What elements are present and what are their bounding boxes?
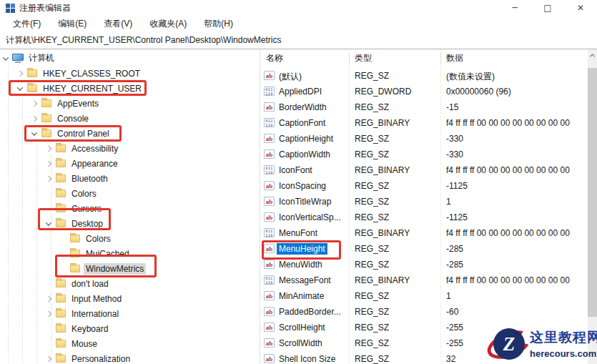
tree-item-console[interactable]: Console <box>0 111 260 126</box>
value-name: IconTitleWrap <box>277 196 333 207</box>
tree-item-label: Desktop <box>69 218 105 230</box>
maximize-button[interactable]: □ <box>531 0 564 16</box>
value-row-minanimate[interactable]: abMinAnimateREG_SZ1 <box>260 288 588 304</box>
tree-item-hkey-current-user[interactable]: HKEY_CURRENT_USER <box>0 81 260 96</box>
value-type: REG_BINARY <box>355 165 410 175</box>
tree-item-muicached[interactable]: MuiCached <box>0 246 260 261</box>
close-button[interactable]: ✕ <box>564 0 597 16</box>
column-resize-handle[interactable] <box>440 53 441 64</box>
chevron-right-icon[interactable] <box>46 355 51 361</box>
tree-item-label: Mouse <box>69 338 99 350</box>
value-data: f4 ff ff ff 00 00 00 00 00 00 00 00 <box>446 165 586 175</box>
value-row-captionheight[interactable]: abCaptionHeightREG_SZ-330 <box>260 131 588 147</box>
scroll-up-icon[interactable] <box>588 49 597 62</box>
tree-item-colors[interactable]: Colors <box>0 231 260 246</box>
folder-icon <box>41 129 51 137</box>
tree-item-international[interactable]: International <box>0 306 260 321</box>
chevron-right-icon[interactable] <box>31 115 37 121</box>
value-type: REG_SZ <box>355 134 389 144</box>
tree-item-label: Input Method <box>69 293 124 305</box>
value-name: AppliedDPI <box>277 86 324 97</box>
folder-icon <box>56 295 66 302</box>
tree-item-label: 计算机 <box>26 51 56 65</box>
value-row-menufont[interactable]: 011110MenuFontREG_BINARYf4 ff ff ff 00 0… <box>260 225 588 241</box>
menu-item-4[interactable]: 帮助(H) <box>197 16 240 32</box>
value-type: REG_SZ <box>355 71 389 81</box>
value-row-captionwidth[interactable]: abCaptionWidthREG_SZ-330 <box>260 147 588 162</box>
address-path: 计算机\HKEY_CURRENT_USER\Control Panel\Desk… <box>6 34 281 46</box>
chevron-right-icon[interactable] <box>46 145 51 151</box>
tree-item-keyboard[interactable]: Keyboard <box>0 321 260 336</box>
value-row-borderwidth[interactable]: abBorderWidthREG_SZ-15 <box>260 99 588 115</box>
tree-item-label: Colors <box>84 233 113 245</box>
value-type: REG_SZ <box>355 260 389 270</box>
watermark-z-icon: Z <box>493 328 525 360</box>
scrollbar-thumb[interactable] <box>588 68 597 317</box>
tree-item-label: Accessibility <box>69 143 120 154</box>
tree-item-control-panel[interactable]: Control Panel <box>0 126 260 141</box>
folder-icon <box>27 84 37 92</box>
value-row-messagefont[interactable]: 011110MessageFontREG_BINARYf4 ff ff ff 0… <box>260 272 588 288</box>
tree-item-hkey-classes-root[interactable]: HKEY_CLASSES_ROOT <box>0 66 260 81</box>
tree-item-appevents[interactable]: AppEvents <box>0 96 260 111</box>
chevron-right-icon[interactable] <box>17 70 23 76</box>
no-expander <box>46 327 51 331</box>
column-resize-handle[interactable] <box>349 53 350 64</box>
tree-item-mouse[interactable]: Mouse <box>0 336 260 351</box>
menu-item-2[interactable]: 查看(V) <box>97 16 139 32</box>
tree-item-input-method[interactable]: Input Method <box>0 291 260 306</box>
tree-item-desktop[interactable]: Desktop <box>0 216 260 231</box>
chevron-down-icon[interactable] <box>31 129 37 135</box>
chevron-down-icon[interactable] <box>46 220 51 225</box>
string-value-icon: ab <box>264 102 275 112</box>
chevron-right-icon[interactable] <box>31 100 37 106</box>
chevron-right-icon[interactable] <box>46 175 51 181</box>
chevron-right-icon[interactable] <box>46 310 51 316</box>
tree-item-appearance[interactable]: Appearance <box>0 156 260 171</box>
tree-item-cursors[interactable]: Cursors <box>0 201 260 216</box>
minimize-button[interactable]: ─ <box>498 0 531 16</box>
chevron-right-icon[interactable] <box>46 160 51 166</box>
folder-icon <box>56 174 66 182</box>
menu-item-1[interactable]: 编辑(E) <box>51 16 94 32</box>
tree-item-accessibility[interactable]: Accessibility <box>0 141 260 156</box>
vertical-scrollbar[interactable] <box>588 49 597 364</box>
address-bar[interactable]: 计算机\HKEY_CURRENT_USER\Control Panel\Desk… <box>0 32 597 49</box>
value-row-icontitlewrap[interactable]: abIconTitleWrapREG_SZ1 <box>260 194 588 210</box>
value-data: -285 <box>446 260 586 270</box>
column-header-data[interactable]: 数据 <box>446 52 463 64</box>
tree-item-计算机[interactable]: 计算机 <box>0 51 260 66</box>
column-header-type[interactable]: 类型 <box>355 52 372 64</box>
value-row-iconverticalsp-[interactable]: abIconVerticalSp...REG_SZ-1125 <box>260 210 588 225</box>
string-value-icon: ab <box>264 197 275 206</box>
tree-item-bluetooth[interactable]: Bluetooth <box>0 171 260 186</box>
value-row-iconfont[interactable]: 011110IconFontREG_BINARYf4 ff ff ff 00 0… <box>260 162 588 178</box>
value-row-paddedborder-[interactable]: abPaddedBorder...REG_SZ-60 <box>260 304 588 320</box>
chevron-down-icon[interactable] <box>3 54 9 60</box>
tree-item-personalization[interactable]: Personalization <box>0 351 260 364</box>
menu-item-0[interactable]: 文件(F) <box>6 16 48 32</box>
value-row-iconspacing[interactable]: abIconSpacingREG_SZ-1125 <box>260 178 588 194</box>
menu-item-3[interactable]: 收藏夹(A) <box>142 16 194 32</box>
value-row-captionfont[interactable]: 011110CaptionFontREG_BINARYf4 ff ff ff 0… <box>260 115 588 131</box>
chevron-right-icon[interactable] <box>46 295 51 301</box>
tree-item-label: Colors <box>69 188 99 200</box>
no-expander <box>46 342 51 346</box>
value-row--[interactable]: ab(默认)REG_SZ(数值未设置) <box>260 68 588 84</box>
watermark-domain: herecours.com <box>530 348 596 359</box>
tree-item-colors[interactable]: Colors <box>0 186 260 201</box>
tree-item-label: MuiCached <box>84 248 132 260</box>
value-row-menuwidth[interactable]: abMenuWidthREG_SZ-285 <box>260 257 588 272</box>
tree-item-label: Personalization <box>69 353 132 364</box>
chevron-down-icon[interactable] <box>17 84 23 90</box>
column-header-name[interactable]: 名称 <box>266 52 283 64</box>
value-row-applieddpi[interactable]: 011110AppliedDPIREG_DWORD0x00000060 (96) <box>260 84 588 99</box>
value-data: f4 ff ff ff 00 00 00 00 00 00 00 00 <box>446 275 586 285</box>
tree-item-windowmetrics[interactable]: WindowMetrics <box>0 261 260 276</box>
value-name: IconVerticalSp... <box>277 212 343 223</box>
tree-item-label: Bluetooth <box>69 173 110 185</box>
value-row-menuheight[interactable]: abMenuHeightREG_SZ-285 <box>260 241 588 257</box>
list-header: 名称 类型 数据 <box>260 49 588 68</box>
value-name: CaptionWidth <box>277 149 332 160</box>
tree-item-don-t-load[interactable]: don't load <box>0 276 260 291</box>
